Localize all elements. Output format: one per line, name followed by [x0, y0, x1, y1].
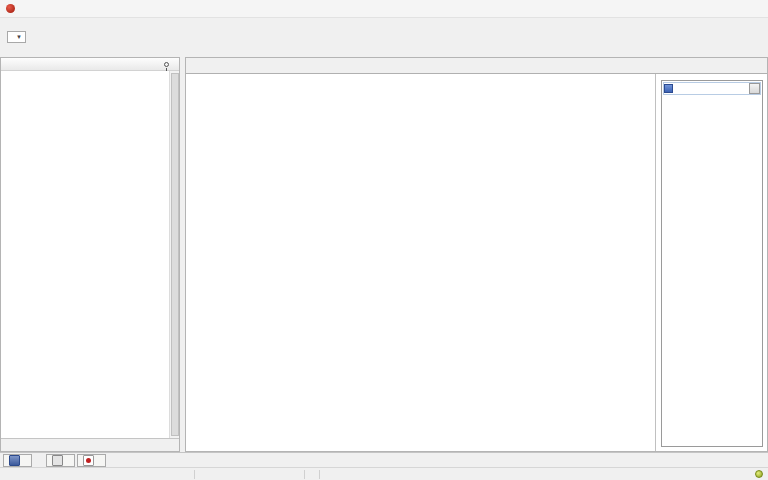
- active-application-combo[interactable]: ▼: [7, 31, 26, 43]
- scrollbar-thumb[interactable]: [171, 73, 179, 436]
- devices-panel-header: [1, 58, 179, 71]
- device-tree-zone: [1, 71, 179, 438]
- main-toolbar: ▼: [0, 30, 768, 44]
- trace-toolbar: [0, 44, 768, 57]
- editor-tab-strip: [186, 58, 767, 74]
- messages-icon: [9, 455, 20, 466]
- trace-chart[interactable]: [186, 74, 655, 451]
- messages-tab[interactable]: [3, 454, 32, 467]
- trace-variable-row[interactable]: [663, 82, 761, 95]
- trace-variable-panel: [655, 74, 767, 451]
- trace-editor: [186, 74, 767, 451]
- watch-tab[interactable]: [46, 454, 75, 467]
- pin-icon[interactable]: [164, 62, 169, 67]
- run-state-badge: [258, 469, 290, 480]
- breakpoints-icon: [83, 455, 94, 466]
- menu-bar: [0, 18, 768, 30]
- variable-dropdown-button[interactable]: [749, 83, 760, 94]
- chevron-down-icon: ▼: [16, 34, 22, 40]
- watch-icon: [52, 455, 63, 466]
- title-bar: [0, 0, 768, 18]
- series-color-swatch: [675, 87, 688, 90]
- codesys-logo-icon: [6, 4, 15, 13]
- tree-scrollbar[interactable]: [169, 71, 179, 438]
- breakpoints-tab[interactable]: [77, 454, 106, 467]
- variable-checkbox[interactable]: [664, 84, 673, 93]
- trace-variable-list: [661, 80, 763, 447]
- online-state-icon: [755, 470, 763, 478]
- device-tree: [1, 71, 169, 438]
- status-bar: [0, 467, 768, 480]
- devices-panel-header-buttons: [158, 62, 175, 67]
- devices-panel: [0, 57, 180, 452]
- main-area: [0, 57, 768, 452]
- status-tabs-row: [0, 452, 768, 467]
- editor-area: [185, 57, 768, 452]
- panel-bottom-tabs: [1, 438, 179, 451]
